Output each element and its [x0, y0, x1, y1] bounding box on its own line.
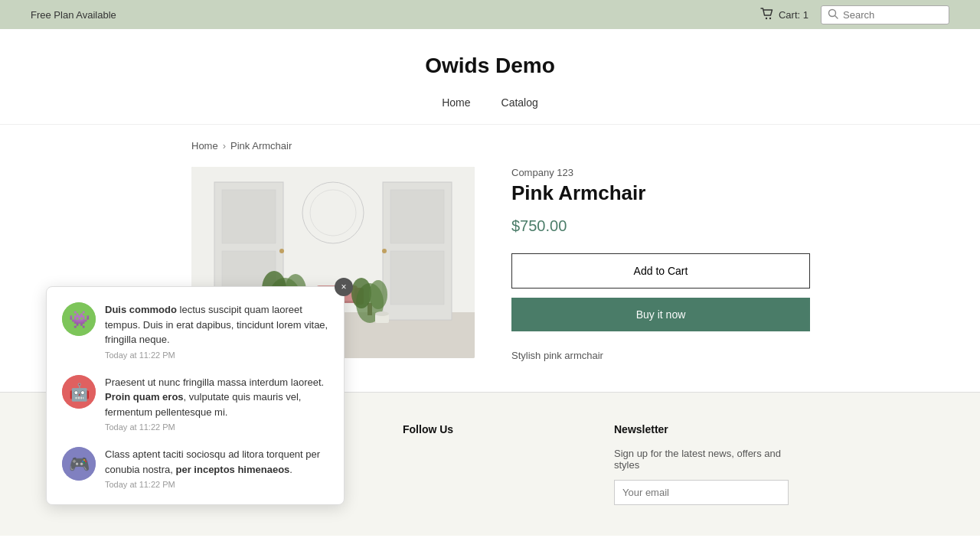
- svg-point-0: [766, 17, 767, 18]
- svg-point-16: [382, 249, 387, 253]
- chat-message: 👾 Duis commodo lectus suscipit quam laor…: [62, 302, 328, 360]
- nav-catalog[interactable]: Catalog: [501, 96, 538, 109]
- svg-rect-8: [222, 190, 276, 243]
- svg-point-28: [369, 280, 387, 309]
- product-price: $750.00: [511, 217, 810, 235]
- newsletter-text: Sign up for the latest news, offers and …: [614, 448, 789, 471]
- chat-avatar-3: 🎮: [62, 447, 96, 481]
- footer-follow-col: Follow Us: [403, 423, 577, 505]
- site-nav: Home Catalog: [0, 84, 980, 125]
- search-icon: [828, 8, 838, 21]
- chat-text-2: Praesent ut nunc fringilla massa interdu…: [105, 375, 328, 420]
- site-header: Owids Demo: [0, 29, 980, 84]
- chat-time-1: Today at 11:22 PM: [105, 350, 328, 360]
- chat-content-3: Class aptent taciti sociosqu ad litora t…: [105, 447, 328, 489]
- product-name: Pink Armchair: [511, 181, 810, 205]
- site-title: Owids Demo: [31, 54, 949, 78]
- chat-text-3: Class aptent taciti sociosqu ad litora t…: [105, 447, 328, 477]
- breadcrumb-current: Pink Armchair: [230, 140, 292, 152]
- chat-content-2: Praesent ut nunc fringilla massa interdu…: [105, 375, 328, 432]
- svg-rect-13: [390, 190, 444, 243]
- top-bar-right: Cart: 1: [760, 5, 949, 24]
- footer-newsletter-col: Newsletter Sign up for the latest news, …: [614, 423, 789, 505]
- chat-message: 🎮 Class aptent taciti sociosqu ad litora…: [62, 447, 328, 489]
- chat-popup: × 👾 Duis commodo lectus suscipit quam la…: [46, 286, 345, 505]
- breadcrumb: Home › Pink Armchair: [0, 125, 980, 167]
- chat-message: 🤖 Praesent ut nunc fringilla massa inter…: [62, 375, 328, 432]
- add-to-cart-button[interactable]: Add to Cart: [511, 253, 810, 289]
- product-company: Company 123: [511, 167, 810, 178]
- breadcrumb-separator: ›: [223, 140, 226, 152]
- buy-now-button[interactable]: Buy it now: [511, 298, 810, 331]
- footer-follow-title: Follow Us: [403, 423, 577, 435]
- cart-label: Cart: 1: [779, 9, 808, 21]
- product-description: Stylish pink armchair: [511, 350, 810, 361]
- svg-point-15: [279, 249, 284, 253]
- product-info: Company 123 Pink Armchair $750.00 Add to…: [511, 167, 810, 361]
- promo-text: Free Plan Available: [31, 9, 116, 21]
- email-input[interactable]: [614, 480, 789, 505]
- nav-home[interactable]: Home: [442, 96, 470, 109]
- svg-text:🤖: 🤖: [69, 382, 90, 403]
- svg-line-3: [835, 15, 838, 18]
- chat-close-button[interactable]: ×: [335, 278, 353, 296]
- chat-text-1: Duis commodo lectus suscipit quam laoree…: [105, 302, 328, 347]
- chat-content-1: Duis commodo lectus suscipit quam laoree…: [105, 302, 328, 360]
- cart-link[interactable]: Cart: 1: [760, 8, 808, 22]
- footer-newsletter-title: Newsletter: [614, 423, 789, 435]
- chat-time-2: Today at 11:22 PM: [105, 422, 328, 432]
- search-box[interactable]: [821, 5, 949, 24]
- cart-icon: [760, 8, 774, 22]
- chat-time-3: Today at 11:22 PM: [105, 480, 328, 489]
- svg-rect-14: [390, 251, 444, 305]
- search-input[interactable]: [843, 9, 942, 21]
- svg-point-30: [375, 311, 389, 316]
- svg-text:🎮: 🎮: [69, 454, 90, 474]
- breadcrumb-home[interactable]: Home: [191, 140, 218, 152]
- svg-point-1: [769, 17, 771, 18]
- chat-avatar-2: 🤖: [62, 375, 96, 409]
- svg-point-27: [351, 278, 371, 308]
- top-bar: Free Plan Available Cart: 1: [0, 0, 980, 29]
- chat-avatar-1: 👾: [62, 302, 96, 336]
- svg-text:👾: 👾: [69, 309, 90, 330]
